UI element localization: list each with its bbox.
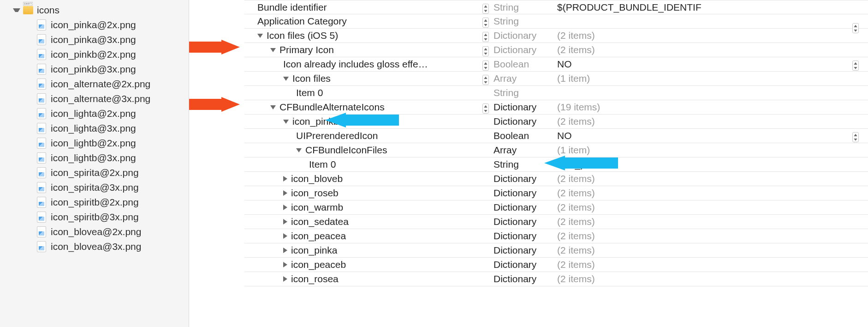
plist-key-cell[interactable]: Item 0 bbox=[244, 87, 489, 98]
plist-value-cell[interactable]: NO bbox=[553, 59, 868, 70]
disclosure-right-icon[interactable] bbox=[283, 176, 287, 182]
plist-type-cell[interactable]: Dictionary bbox=[489, 202, 553, 213]
disclosure-down-icon[interactable] bbox=[283, 120, 289, 124]
file-navigator[interactable]: icons icon_pinka@2x.pngicon_pinka@3x.png… bbox=[0, 0, 189, 327]
file-row[interactable]: icon_spiritb@2x.png bbox=[0, 195, 189, 210]
value-stepper[interactable] bbox=[852, 61, 859, 71]
folder-row-icons[interactable]: icons bbox=[0, 3, 189, 18]
disclosure-down-icon[interactable] bbox=[270, 48, 276, 52]
plist-type-cell[interactable]: String bbox=[489, 159, 553, 170]
plist-row[interactable]: Primary IconDictionary(2 items) bbox=[244, 43, 868, 57]
plist-row[interactable]: icon_pinkbDictionary(2 items) bbox=[244, 115, 868, 129]
plist-value-cell[interactable]: (2 items) bbox=[553, 116, 868, 127]
plist-value-cell[interactable]: (2 items) bbox=[553, 259, 868, 270]
plist-row[interactable]: Item 0String bbox=[244, 86, 868, 100]
plist-row[interactable]: icon_blovebDictionary(2 items) bbox=[244, 172, 868, 186]
file-row[interactable]: icon_lightb@3x.png bbox=[0, 151, 189, 165]
file-row[interactable]: icon_spirita@3x.png bbox=[0, 180, 189, 195]
plist-row[interactable]: CFBundleAlternateIconsDictionary(19 item… bbox=[244, 100, 868, 115]
plist-type-cell[interactable]: Dictionary bbox=[489, 230, 553, 242]
disclosure-right-icon[interactable] bbox=[283, 219, 287, 224]
plist-value-cell[interactable]: (2 items) bbox=[553, 230, 868, 242]
plist-row[interactable]: Bundle identifierString$(PRODUCT_BUNDLE_… bbox=[244, 0, 868, 14]
key-stepper[interactable] bbox=[482, 61, 489, 71]
plist-value-cell[interactable]: (1 item) bbox=[553, 73, 868, 84]
disclosure-right-icon[interactable] bbox=[283, 190, 287, 196]
plist-row[interactable]: Icon already includes gloss effe…Boolean… bbox=[244, 57, 868, 72]
plist-type-cell[interactable]: Dictionary bbox=[489, 273, 553, 285]
plist-row[interactable]: Application CategoryString bbox=[244, 14, 868, 29]
plist-key-cell[interactable]: Primary Icon bbox=[244, 44, 489, 55]
file-row[interactable]: icon_lighta@2x.png bbox=[0, 106, 189, 121]
plist-type-cell[interactable]: String bbox=[489, 2, 553, 13]
plist-key-cell[interactable]: icon_sedatea bbox=[244, 216, 489, 227]
plist-value-cell[interactable]: (2 items) bbox=[553, 273, 868, 285]
plist-type-cell[interactable]: Dictionary bbox=[489, 102, 553, 113]
plist-type-cell[interactable]: Dictionary bbox=[489, 44, 553, 55]
plist-type-cell[interactable]: Dictionary bbox=[489, 245, 553, 256]
plist-key-cell[interactable]: UIPrerenderedIcon bbox=[244, 130, 489, 141]
plist-key-cell[interactable]: CFBundleAlternateIcons bbox=[244, 102, 489, 113]
plist-type-cell[interactable]: Dictionary bbox=[489, 259, 553, 270]
plist-key-cell[interactable]: Icon files (iOS 5) bbox=[244, 30, 489, 41]
disclosure-down-icon[interactable] bbox=[296, 148, 302, 152]
disclosure-right-icon[interactable] bbox=[283, 262, 287, 267]
plist-type-cell[interactable]: Dictionary bbox=[489, 216, 553, 227]
plist-type-cell[interactable]: Boolean bbox=[489, 130, 553, 141]
plist-key-cell[interactable]: Icon already includes gloss effe… bbox=[244, 59, 489, 70]
disclosure-right-icon[interactable] bbox=[283, 276, 287, 282]
plist-type-cell[interactable]: Dictionary bbox=[489, 116, 553, 127]
plist-type-cell[interactable]: Array bbox=[489, 73, 553, 84]
plist-row[interactable]: Icon files (iOS 5)Dictionary(2 items) bbox=[244, 29, 868, 43]
file-row[interactable]: icon_pinkb@2x.png bbox=[0, 47, 189, 62]
plist-key-cell[interactable]: icon_rosea bbox=[244, 273, 489, 285]
file-row[interactable]: icon_lightb@2x.png bbox=[0, 136, 189, 151]
disclosure-down-icon[interactable] bbox=[257, 34, 263, 38]
plist-value-cell[interactable]: (2 items) bbox=[553, 188, 868, 199]
plist-key-cell[interactable]: Application Category bbox=[244, 16, 489, 27]
plist-type-cell[interactable]: Boolean bbox=[489, 59, 553, 70]
plist-row[interactable]: Icon filesArray(1 item) bbox=[244, 72, 868, 86]
plist-value-cell[interactable]: (2 items) bbox=[553, 44, 868, 55]
plist-key-cell[interactable]: Icon files bbox=[244, 73, 489, 84]
file-row[interactable]: icon_alternate@2x.png bbox=[0, 77, 189, 91]
plist-key-cell[interactable]: icon_roseb bbox=[244, 188, 489, 199]
plist-row[interactable]: icon_peaceaDictionary(2 items) bbox=[244, 229, 868, 243]
plist-value-cell[interactable]: NO bbox=[553, 130, 868, 141]
file-row[interactable]: icon_pinkb@3x.png bbox=[0, 62, 189, 77]
key-stepper[interactable] bbox=[482, 4, 489, 14]
file-row[interactable]: icon_blovea@2x.png bbox=[0, 224, 189, 239]
plist-row[interactable]: icon_roseaDictionary(2 items) bbox=[244, 272, 868, 286]
key-stepper[interactable] bbox=[482, 18, 489, 28]
disclosure-down-icon[interactable] bbox=[13, 8, 20, 12]
plist-key-cell[interactable]: Bundle identifier bbox=[244, 2, 489, 13]
key-stepper[interactable] bbox=[482, 75, 489, 85]
plist-value-cell[interactable]: $(PRODUCT_BUNDLE_IDENTIF bbox=[553, 2, 868, 13]
plist-value-cell[interactable]: (2 items) bbox=[553, 245, 868, 256]
plist-type-cell[interactable]: String bbox=[489, 16, 553, 27]
plist-value-cell[interactable]: (2 items) bbox=[553, 173, 868, 184]
disclosure-right-icon[interactable] bbox=[283, 248, 287, 253]
disclosure-right-icon[interactable] bbox=[283, 205, 287, 210]
plist-row[interactable]: icon_peacebDictionary(2 items) bbox=[244, 258, 868, 272]
plist-row[interactable]: UIPrerenderedIconBooleanNO bbox=[244, 129, 868, 143]
value-stepper[interactable] bbox=[852, 132, 859, 142]
key-stepper[interactable] bbox=[482, 103, 489, 114]
plist-key-cell[interactable]: icon_peaceb bbox=[244, 259, 489, 270]
plist-row[interactable]: icon_sedateaDictionary(2 items) bbox=[244, 215, 868, 229]
key-stepper[interactable] bbox=[482, 32, 489, 42]
plist-row[interactable]: icon_warmbDictionary(2 items) bbox=[244, 200, 868, 215]
plist-value-cell[interactable]: (19 items) bbox=[553, 102, 868, 113]
file-row[interactable]: icon_alternate@3x.png bbox=[0, 91, 189, 106]
plist-key-cell[interactable]: icon_peacea bbox=[244, 230, 489, 242]
plist-key-cell[interactable]: CFBundleIconFiles bbox=[244, 145, 489, 156]
plist-value-cell[interactable]: (1 item) bbox=[553, 145, 868, 156]
file-row[interactable]: icon_pinka@2x.png bbox=[0, 18, 189, 32]
file-row[interactable]: icon_pinka@3x.png bbox=[0, 32, 189, 47]
file-row[interactable]: icon_blovea@3x.png bbox=[0, 239, 189, 254]
plist-type-cell[interactable]: Dictionary bbox=[489, 30, 553, 41]
key-stepper[interactable] bbox=[482, 46, 489, 56]
disclosure-down-icon[interactable] bbox=[270, 105, 276, 109]
plist-value-cell[interactable]: (2 items) bbox=[553, 202, 868, 213]
plist-key-cell[interactable]: icon_bloveb bbox=[244, 173, 489, 184]
